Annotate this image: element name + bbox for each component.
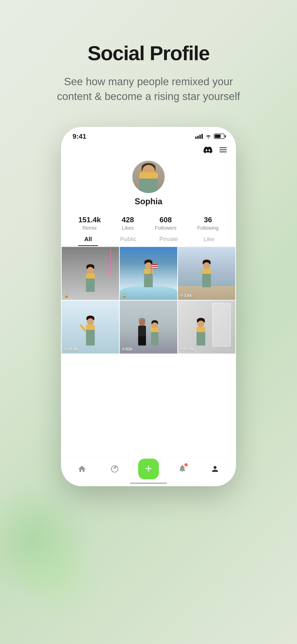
status-bar: 9:41 (61, 127, 236, 142)
person-icon (211, 464, 220, 473)
grid-item[interactable]: ↺ 3.6k (178, 247, 235, 300)
grid-item[interactable]: 🔒 (62, 247, 119, 300)
nav-explore[interactable] (106, 464, 124, 473)
home-icon (78, 464, 86, 473)
nav-profile[interactable] (206, 464, 224, 473)
followers-value: 608 (160, 216, 172, 224)
likes-value: 428 (122, 216, 134, 224)
stat-following[interactable]: 36 Following (197, 216, 219, 231)
grid-item[interactable]: ↺ 18.9k (62, 300, 119, 354)
stat-likes[interactable]: 428 Likes (122, 216, 134, 231)
grid-item[interactable]: ↺ 46.9k (178, 300, 235, 354)
status-time: 9:41 (72, 132, 86, 140)
nav-add-button[interactable]: + (138, 458, 159, 479)
remix-count: ↺ 3.6k (180, 293, 192, 298)
profile-section: Sophia (61, 158, 236, 211)
nav-home[interactable] (73, 464, 91, 473)
menu-icon[interactable] (220, 148, 227, 152)
tab-private[interactable]: Private (148, 236, 189, 246)
remix-count: ↺ 18.9k (64, 347, 78, 352)
lock-icon: 🔒 (122, 292, 127, 298)
content-tabs: All Public Private Like (61, 233, 236, 246)
status-icons (195, 134, 224, 139)
wifi-icon (206, 134, 211, 138)
compass-icon (110, 464, 119, 473)
stat-followers[interactable]: 608 Followers (155, 216, 176, 231)
discord-icon[interactable] (203, 145, 213, 155)
remix-value: 151.4k (78, 216, 101, 224)
remix-count: ↺ 82k (122, 347, 132, 352)
likes-label: Likes (122, 225, 134, 231)
grid-item[interactable]: ↺ 82k (120, 300, 177, 354)
following-value: 36 (204, 216, 212, 224)
phone-screen: 9:41 (61, 127, 236, 486)
nav-notifications[interactable] (173, 464, 192, 474)
tab-public[interactable]: Public (108, 236, 148, 246)
avatar (132, 161, 164, 193)
page-subtitle: See how many people remixed your content… (50, 74, 248, 104)
phone-mockup: 9:41 (61, 127, 236, 486)
grid-item[interactable]: 🔒 (120, 247, 177, 300)
remix-label: Remix (82, 225, 97, 231)
top-nav (61, 142, 236, 158)
signal-icon (195, 134, 203, 139)
stat-remix[interactable]: 151.4k Remix (78, 216, 101, 231)
bottom-nav: + (61, 456, 236, 486)
lock-icon: 🔒 (64, 292, 69, 298)
battery-icon (214, 134, 224, 139)
followers-label: Followers (155, 225, 176, 231)
content-grid: 🔒 (61, 246, 236, 456)
tab-like[interactable]: Like (189, 236, 229, 246)
page-title: Social Profile (88, 42, 210, 65)
remix-count: ↺ 46.9k (180, 347, 194, 352)
stats-row: 151.4k Remix 428 Likes 608 Followers 36 … (61, 211, 236, 233)
username: Sophia (135, 197, 162, 206)
following-label: Following (197, 225, 219, 231)
home-indicator (130, 482, 167, 484)
notification-dot (184, 463, 188, 466)
tab-all[interactable]: All (68, 236, 108, 246)
